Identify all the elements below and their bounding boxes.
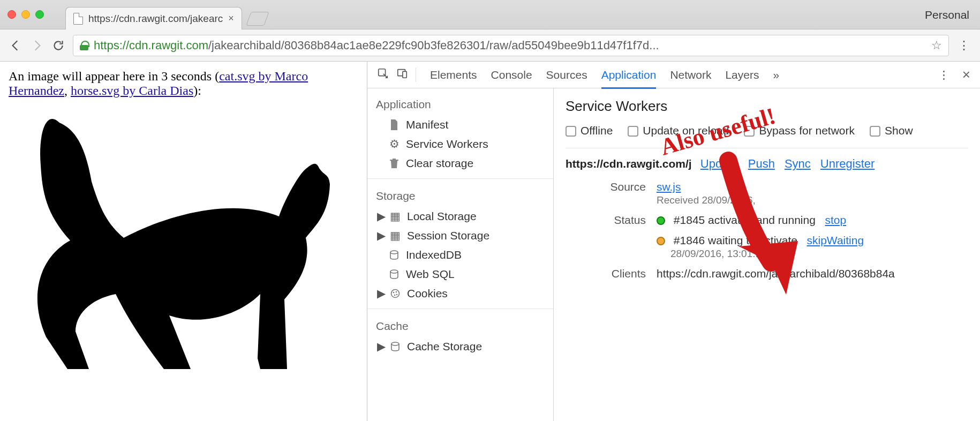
sidebar-item-websql[interactable]: Web SQL [367, 265, 553, 284]
svg-point-7 [396, 291, 397, 293]
content-area: An image will appear here in 3 seconds (… [0, 62, 980, 421]
svg-point-8 [394, 295, 396, 296]
sidebar-group-storage: Storage [367, 184, 553, 207]
devtools-tabbar: Elements Console Sources Application Net… [367, 62, 980, 88]
devtools-sidebar: Application Manifest ⚙ Service Workers C… [367, 88, 554, 421]
expand-icon[interactable]: ▶ [377, 287, 383, 300]
page: An image will appear here in 3 seconds (… [0, 62, 367, 421]
inspect-element-icon[interactable] [377, 67, 389, 82]
source-file-link[interactable]: sw.js [657, 181, 681, 193]
expand-icon[interactable]: ▶ [377, 229, 383, 242]
gear-icon: ⚙ [389, 139, 399, 149]
cat-image [9, 101, 341, 374]
source-received: Received 28/09/2016, [657, 194, 968, 206]
address-bar[interactable]: https ://cdn.rawgit.com /jakearchibald/8… [73, 35, 949, 56]
back-button[interactable] [9, 39, 22, 52]
sidebar-item-service-workers[interactable]: ⚙ Service Workers [367, 134, 553, 154]
clients-label: Clients [566, 267, 646, 280]
status-dot-active [657, 216, 665, 225]
devtools-menu-button[interactable]: ⋮ [938, 69, 949, 81]
devtools-tab-sources[interactable]: Sources [546, 69, 587, 81]
devtools-tab-application[interactable]: Application [601, 69, 657, 89]
titlebar: https://cdn.rawgit.com/jakearc × Persona… [0, 0, 980, 29]
update-on-reload-checkbox[interactable]: Update on reload [628, 124, 729, 137]
svg-point-10 [391, 342, 399, 345]
trash-icon [389, 158, 399, 169]
database-icon [389, 250, 399, 260]
browser-tab[interactable]: https://cdn.rawgit.com/jakearc × [65, 7, 242, 29]
cookie-icon [390, 288, 401, 299]
panel-title: Service Workers [566, 98, 968, 115]
status-active-text: #1845 activated and running [674, 214, 816, 226]
devtools-close-button[interactable]: × [962, 66, 970, 83]
devtools-tab-elements[interactable]: Elements [430, 69, 477, 81]
tabstrip: https://cdn.rawgit.com/jakearc × [65, 0, 267, 29]
database-icon [389, 269, 399, 280]
lock-icon [80, 41, 88, 50]
offline-checkbox[interactable]: Offline [566, 124, 613, 137]
reload-button[interactable] [51, 39, 65, 52]
svg-rect-2 [403, 71, 406, 78]
database-icon [390, 341, 401, 352]
sidebar-group-application: Application [367, 93, 553, 115]
url-scheme: https [94, 39, 119, 52]
close-window-button[interactable] [7, 10, 16, 19]
skipwaiting-link[interactable]: skipWaiting [807, 234, 864, 246]
bookmark-star-icon[interactable]: ☆ [931, 39, 942, 52]
minimize-window-button[interactable] [21, 10, 30, 19]
devtools-tab-network[interactable]: Network [670, 69, 711, 81]
forward-button[interactable] [30, 39, 44, 52]
horse-credit-link[interactable]: horse.svg by Carla Dias [71, 84, 193, 97]
devtools: Elements Console Sources Application Net… [367, 62, 980, 421]
status-label: Status [566, 214, 646, 260]
svg-point-3 [390, 251, 398, 254]
svg-point-6 [393, 292, 395, 294]
toolbar: https ://cdn.rawgit.com /jakearchibald/8… [0, 29, 980, 62]
grid-icon: ▦ [390, 211, 401, 222]
service-workers-panel: Service Workers Offline Update on reload… [554, 88, 980, 421]
devtools-tab-overflow[interactable]: » [773, 69, 779, 81]
show-checkbox[interactable]: Show [870, 124, 913, 137]
sidebar-group-cache: Cache [367, 314, 553, 337]
devtools-tab-layers[interactable]: Layers [725, 69, 759, 81]
registration-url: https://cdn.rawgit.com/j [566, 157, 692, 170]
svg-point-5 [391, 290, 399, 298]
new-tab-button[interactable] [246, 12, 269, 26]
sw-options: Offline Update on reload Bypass for netw… [566, 124, 968, 137]
devtools-tab-console[interactable]: Console [491, 69, 532, 81]
url-path: /jakearchibald/80368b84ac1ae8e229fc90b3f… [208, 39, 659, 52]
unregister-link[interactable]: Unregister [820, 157, 875, 171]
sync-link[interactable]: Sync [785, 157, 811, 171]
device-toolbar-icon[interactable] [396, 67, 408, 82]
browser-menu-button[interactable]: ⋮ [956, 42, 971, 49]
push-link[interactable]: Push [748, 157, 775, 171]
svg-point-4 [390, 270, 398, 273]
url-host: ://cdn.rawgit.com [119, 39, 208, 52]
stop-link[interactable]: stop [825, 214, 846, 226]
sidebar-item-indexeddb[interactable]: IndexedDB [367, 245, 553, 265]
update-link[interactable]: Update [700, 157, 738, 171]
window-controls [7, 10, 44, 19]
bypass-network-checkbox[interactable]: Bypass for network [744, 124, 855, 137]
sidebar-item-cookies[interactable]: ▶ Cookies [367, 284, 553, 303]
status-waiting-text: #1846 waiting to activate [674, 234, 797, 246]
sidebar-item-clear-storage[interactable]: Clear storage [367, 154, 553, 173]
clients-url: https://cdn.rawgit.com/jakearchibald/803… [657, 267, 968, 280]
sidebar-item-local-storage[interactable]: ▶ ▦ Local Storage [367, 207, 553, 226]
sidebar-item-manifest[interactable]: Manifest [367, 115, 553, 134]
tab-title: https://cdn.rawgit.com/jakearc [88, 13, 223, 25]
svg-point-9 [396, 294, 398, 296]
sidebar-item-session-storage[interactable]: ▶ ▦ Session Storage [367, 226, 553, 245]
page-intro: An image will appear here in 3 seconds ( [9, 69, 219, 83]
file-icon [389, 119, 399, 130]
grid-icon: ▦ [390, 230, 401, 241]
source-label: Source [566, 181, 646, 206]
close-tab-icon[interactable]: × [228, 13, 234, 24]
expand-icon[interactable]: ▶ [377, 210, 383, 223]
expand-icon[interactable]: ▶ [377, 340, 383, 353]
fullscreen-window-button[interactable] [35, 10, 44, 19]
status-waiting-time: 28/09/2016, 13:01:17 [670, 248, 968, 260]
profile-label[interactable]: Personal [925, 9, 969, 21]
page-icon [73, 13, 83, 25]
sidebar-item-cache-storage[interactable]: ▶ Cache Storage [367, 337, 553, 356]
